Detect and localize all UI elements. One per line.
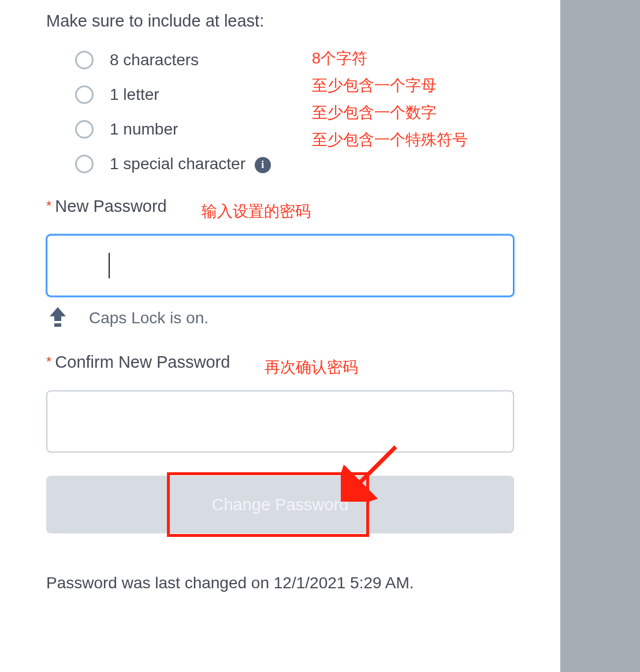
annotation-text: 至少包含一个字母	[312, 72, 468, 99]
caps-lock-warning: Caps Lock is on.	[46, 307, 514, 329]
field-label-row: * New Password 输入设置的密码	[46, 196, 514, 217]
required-star-icon: *	[46, 198, 51, 214]
info-icon[interactable]: i	[255, 157, 271, 173]
radio-unchecked-icon	[75, 85, 94, 104]
button-row: Change Password	[46, 476, 514, 533]
requirement-label: 1 special character i	[110, 155, 271, 173]
last-changed-text: Password was last changed on 12/1/2021 5…	[46, 574, 514, 592]
annotation-text: 至少包含一个数字	[312, 99, 468, 126]
change-password-button[interactable]: Change Password	[46, 476, 514, 533]
requirement-annotations: 8个字符 至少包含一个字母 至少包含一个数字 至少包含一个特殊符号	[312, 45, 468, 154]
requirement-label: 1 letter	[110, 85, 159, 104]
required-star-icon: *	[46, 354, 51, 370]
requirements-list: 8 characters 1 letter 1 number 1 special…	[75, 51, 514, 173]
requirement-label: 1 number	[110, 120, 178, 139]
input-wrapper	[46, 234, 514, 297]
requirement-label: 8 characters	[110, 51, 199, 69]
new-password-label: New Password	[55, 197, 166, 216]
confirm-password-block: * Confirm New Password 再次确认密码	[46, 352, 514, 453]
field-label-row: * Confirm New Password 再次确认密码	[46, 352, 514, 373]
requirement-label-text: 1 special character	[110, 155, 245, 173]
confirm-password-input[interactable]	[46, 390, 514, 453]
confirm-password-label: Confirm New Password	[55, 353, 230, 372]
new-password-input[interactable]	[46, 234, 514, 297]
caps-lock-text: Caps Lock is on.	[89, 309, 209, 327]
radio-unchecked-icon	[75, 155, 94, 173]
radio-unchecked-icon	[75, 51, 94, 69]
caps-lock-icon	[50, 307, 66, 329]
text-caret-icon	[109, 253, 110, 278]
annotation-text: 8个字符	[312, 45, 468, 72]
annotation-text: 输入设置的密码	[202, 201, 311, 222]
intro-text: Make sure to include at least:	[46, 12, 514, 31]
password-form-panel: Make sure to include at least: 8 charact…	[0, 0, 560, 672]
svg-rect-0	[54, 323, 61, 327]
new-password-block: * New Password 输入设置的密码	[46, 196, 514, 297]
radio-unchecked-icon	[75, 120, 94, 139]
requirement-item: 1 special character i	[75, 155, 514, 173]
annotation-text: 再次确认密码	[265, 357, 358, 378]
annotation-text: 至少包含一个特殊符号	[312, 126, 468, 154]
